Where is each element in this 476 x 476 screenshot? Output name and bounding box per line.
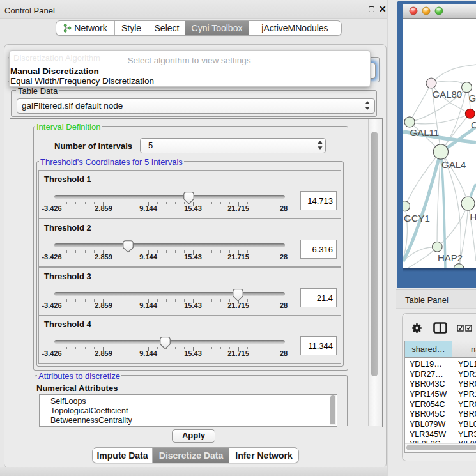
svg-text:HAP2: HAP2 xyxy=(438,252,463,263)
svg-text:GCY1: GCY1 xyxy=(404,213,430,224)
svg-text:GAL11: GAL11 xyxy=(410,127,440,138)
svg-text:C: C xyxy=(471,119,476,130)
svg-text:GAL80: GAL80 xyxy=(433,89,463,100)
svg-text:GAL4: GAL4 xyxy=(441,159,466,170)
svg-text:GA: GA xyxy=(469,93,476,104)
svg-text:HA: HA xyxy=(470,211,476,222)
